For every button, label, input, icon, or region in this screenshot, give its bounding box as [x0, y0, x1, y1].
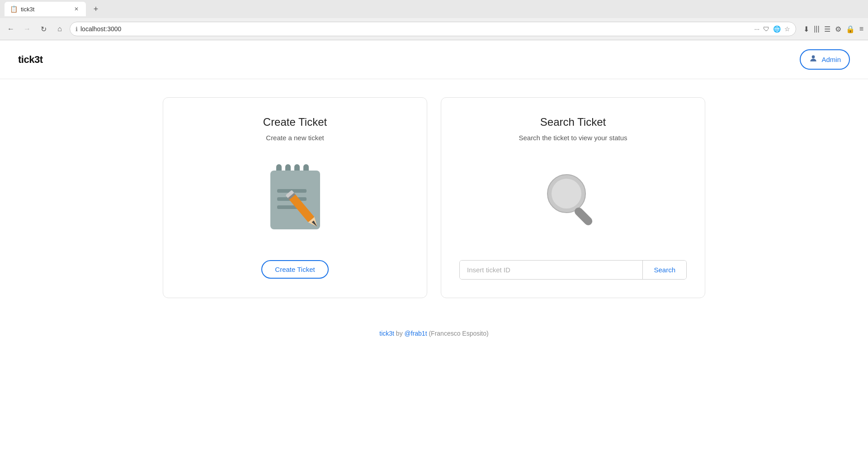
create-ticket-button[interactable]: Create Ticket — [261, 260, 328, 279]
create-ticket-card: Create Ticket Create a new ticket — [163, 97, 427, 298]
browser-nav-bar: ← → ↻ ⌂ ℹ localhost:3000 ··· 🛡 🌐 ☆ ⬇ |||… — [0, 18, 868, 40]
address-star-icon[interactable]: ☆ — [784, 25, 790, 33]
search-button-label: Search — [654, 266, 675, 274]
app-footer: tick3t by @frab1t (Francesco Esposito) — [0, 316, 868, 351]
svg-point-15 — [552, 179, 581, 209]
app-main: Create Ticket Create a new ticket — [0, 79, 868, 316]
create-ticket-button-label: Create Ticket — [275, 266, 315, 273]
footer-text-by: by — [396, 330, 405, 337]
menu-icon[interactable]: ≡ — [859, 25, 863, 33]
app-wrapper: tick3t Admin Create Ticket Create a new … — [0, 40, 868, 470]
download-icon[interactable]: ⬇ — [803, 25, 809, 33]
admin-button-label: Admin — [821, 56, 841, 63]
footer-link-app[interactable]: tick3t — [379, 330, 394, 337]
tab-title: tick3t — [21, 6, 34, 13]
browser-chrome: 📋 tick3t ✕ + ← → ↻ ⌂ ℹ localhost:3000 ··… — [0, 0, 868, 40]
back-button[interactable]: ← — [5, 23, 17, 35]
search-ticket-button[interactable]: Search — [642, 261, 686, 279]
browser-tab[interactable]: 📋 tick3t ✕ — [5, 2, 86, 16]
admin-icon — [809, 54, 818, 65]
sync-icon[interactable]: ⚙ — [835, 25, 841, 33]
create-ticket-title: Create Ticket — [263, 116, 327, 128]
search-ticket-icon-area — [533, 160, 614, 241]
address-shield-icon[interactable]: 🛡 — [763, 25, 769, 33]
address-more-icon[interactable]: ··· — [755, 25, 760, 33]
tab-close-button[interactable]: ✕ — [72, 5, 80, 13]
search-ticket-title: Search Ticket — [540, 116, 606, 128]
browser-toolbar-right: ⬇ ||| ☰ ⚙ 🔒 ≡ — [800, 25, 863, 33]
magnifier-icon — [542, 169, 605, 232]
address-info-icon: ℹ — [75, 26, 78, 33]
search-ticket-subtitle: Search the ticket to view your status — [519, 134, 627, 142]
refresh-button[interactable]: ↻ — [37, 23, 50, 35]
lock-icon[interactable]: 🔒 — [846, 25, 855, 33]
search-form: Search — [459, 260, 687, 280]
footer-link-author[interactable]: @frab1t — [405, 330, 427, 337]
new-tab-button[interactable]: + — [90, 3, 102, 15]
cards-container: Create Ticket Create a new ticket — [163, 97, 705, 298]
reader-icon[interactable]: ☰ — [824, 25, 830, 33]
create-ticket-icon-area — [255, 160, 336, 241]
address-bar-actions: ··· 🛡 🌐 ☆ — [755, 25, 791, 33]
footer-text-name: (Francesco Esposito) — [429, 330, 488, 337]
svg-point-0 — [812, 55, 815, 58]
address-url: localhost:3000 — [80, 25, 752, 33]
forward-button: → — [21, 23, 33, 35]
address-bar[interactable]: ℹ localhost:3000 ··· 🛡 🌐 ☆ — [70, 22, 796, 36]
app-header: tick3t Admin — [0, 40, 868, 79]
ticket-id-input[interactable] — [460, 261, 642, 279]
home-button[interactable]: ⌂ — [53, 23, 66, 35]
address-globe-icon[interactable]: 🌐 — [773, 25, 781, 33]
create-ticket-subtitle: Create a new ticket — [266, 134, 324, 142]
tab-favicon-icon: 📋 — [10, 5, 17, 13]
svg-rect-16 — [573, 206, 594, 227]
search-ticket-card: Search Ticket Search the ticket to view … — [441, 97, 705, 298]
notepad-pencil-icon — [264, 164, 327, 237]
library-icon[interactable]: ||| — [814, 25, 819, 33]
app-logo: tick3t — [18, 54, 42, 66]
admin-button[interactable]: Admin — [800, 49, 850, 70]
browser-title-bar: 📋 tick3t ✕ + — [0, 0, 868, 18]
